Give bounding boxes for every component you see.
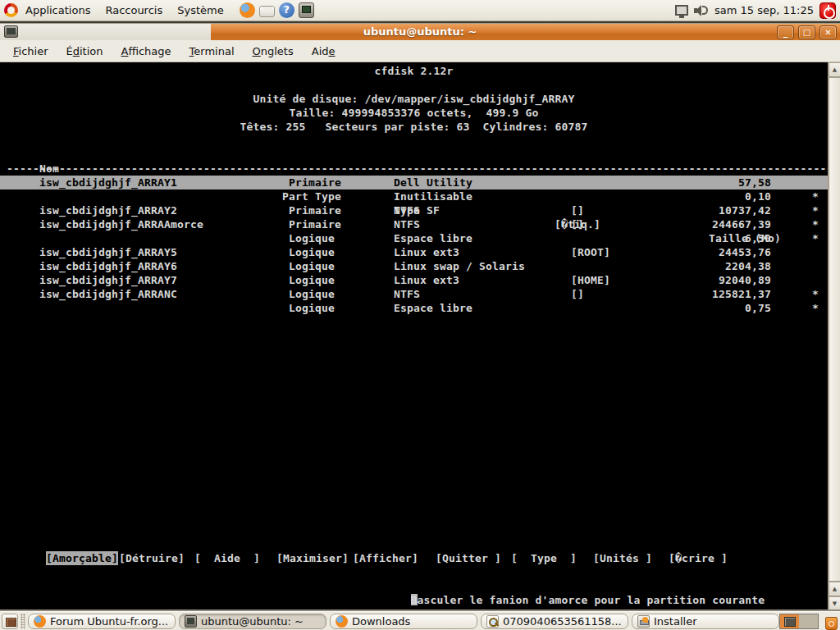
terminal-menu-item-aide[interactable]: Aide: [305, 43, 342, 60]
terminal-window: ubuntu@ubuntu: ~ _ □ ✕ FichierÉditionAff…: [0, 23, 840, 611]
terminal-menubar: FichierÉditionAffichageTerminalOngletsAi…: [0, 40, 840, 62]
cfdisk-button-ecrire[interactable]: [�crire ]: [669, 551, 728, 565]
taskbar-window-button[interactable]: Downloads: [330, 614, 477, 629]
maximize-button[interactable]: □: [798, 25, 815, 39]
scroll-up2-icon[interactable]: ▲: [829, 582, 840, 596]
applet-handle[interactable]: [21, 614, 25, 629]
status-line: Basculer le fanion d'amorce pour la part…: [0, 593, 828, 607]
terminal-menu-item-dition[interactable]: Édition: [60, 43, 110, 60]
window-list: Forum Ubuntu-fr.org...ubuntu@ubuntu: ~Do…: [28, 614, 779, 629]
taskbar-window-label: ubuntu@ubuntu: ~: [201, 615, 304, 628]
top-panel: Applications Raccourcis Système ? sam 15…: [0, 0, 840, 21]
display-icon[interactable]: [675, 5, 688, 16]
firefox-icon: [34, 615, 46, 628]
firefox-icon: [336, 615, 348, 628]
trash-icon[interactable]: [824, 614, 838, 629]
cfdisk-footer-buttons: [Amorçable][Détruire][ Aide ][Maximiser]…: [0, 62, 828, 611]
status-text: Basculer le fanion d'amorce pour la part…: [411, 593, 765, 607]
scroll-up-icon[interactable]: ▲: [829, 62, 840, 77]
titlebar[interactable]: ubuntu@ubuntu: ~ _ □ ✕: [0, 23, 840, 40]
help-launcher-icon[interactable]: ?: [279, 2, 294, 18]
workspace-1[interactable]: [780, 614, 799, 628]
firefox-launcher-icon[interactable]: [240, 2, 255, 18]
terminal-icon: [185, 615, 197, 628]
minimize-button[interactable]: _: [777, 25, 794, 39]
scroll-down-icon[interactable]: ▼: [829, 596, 840, 611]
taskbar-window-label: Installer: [654, 615, 696, 628]
cfdisk-button-detruire[interactable]: [Détruire]: [119, 551, 185, 565]
quit-power-icon[interactable]: [819, 2, 836, 19]
terminal-scrollbar[interactable]: ▲ ▲ ▼: [828, 62, 840, 611]
scrollbar-slider[interactable]: [829, 77, 840, 582]
terminal-menu-item-affichage[interactable]: Affichage: [115, 43, 178, 60]
cfdisk-button-unites[interactable]: [Unités ]: [593, 551, 652, 565]
terminal-menu-item-onglets[interactable]: Onglets: [246, 43, 300, 60]
volume-icon[interactable]: [694, 5, 709, 16]
taskbar-window-label: Forum Ubuntu-fr.org...: [50, 615, 168, 628]
terminal-menu-item-fichier[interactable]: Fichier: [7, 43, 55, 60]
panel-launchers: ?: [240, 2, 314, 18]
cfdisk-button-quitter[interactable]: [Quitter ]: [436, 551, 501, 565]
mail-launcher-icon[interactable]: [259, 6, 275, 17]
window-title: ubuntu@ubuntu: ~: [0, 25, 840, 38]
menu-applications[interactable]: Applications: [18, 2, 98, 19]
screenshot-launcher-icon[interactable]: [299, 2, 314, 18]
taskbar-window-button[interactable]: Forum Ubuntu-fr.org...: [28, 614, 176, 629]
cfdisk-button-type[interactable]: [ Type ]: [511, 551, 577, 565]
taskbar-window-button[interactable]: 0709040653561158...: [481, 614, 628, 629]
cfdisk-button-afficher[interactable]: [Afficher]: [353, 551, 418, 565]
search-icon: [486, 615, 499, 628]
taskbar-window-label: Downloads: [352, 615, 410, 628]
menu-raccourcis[interactable]: Raccourcis: [98, 2, 170, 19]
terminal-menu-item-terminal[interactable]: Terminal: [183, 43, 241, 60]
show-desktop-button[interactable]: [2, 614, 18, 629]
terminal-screen[interactable]: cfdisk 2.12r Unité de disque: /dev/mappe…: [0, 62, 828, 611]
ubuntu-logo-icon[interactable]: [4, 3, 18, 17]
workspace-switcher: [779, 614, 819, 629]
taskbar-window-button[interactable]: Installer: [632, 614, 779, 629]
workspace-2[interactable]: [799, 614, 818, 628]
taskbar-window-label: 0709040653561158...: [503, 615, 622, 628]
clock[interactable]: sam 15 sep, 11:25: [714, 4, 814, 16]
cfdisk-button-amorcable[interactable]: [Amorçable]: [46, 551, 118, 565]
bottom-taskbar: Forum Ubuntu-fr.org...ubuntu@ubuntu: ~Do…: [0, 611, 840, 630]
cfdisk-button-aide[interactable]: [ Aide ]: [194, 551, 260, 565]
cfdisk-button-maximiser[interactable]: [Maximiser]: [276, 551, 349, 565]
taskbar-window-button[interactable]: ubuntu@ubuntu: ~: [179, 614, 326, 629]
panel-status-area: sam 15 sep, 11:25: [675, 2, 840, 19]
installer-icon: [637, 615, 650, 628]
close-button[interactable]: ✕: [819, 25, 837, 39]
menu-systeme[interactable]: Système: [170, 2, 231, 19]
